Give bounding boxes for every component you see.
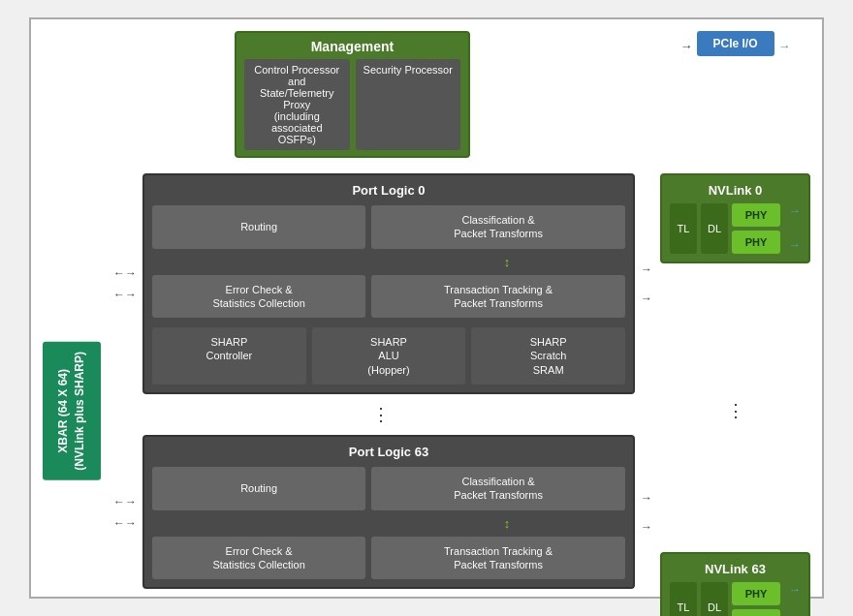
nvlink-0-inner: TL DL PHY PHY → → bbox=[670, 203, 801, 254]
pl0-green-arrow: ↕ bbox=[152, 255, 625, 269]
nvlink-0-phy-top: PHY bbox=[732, 203, 780, 227]
pcie-arrow-right: → bbox=[680, 39, 693, 53]
port-logic-63-rows: Routing Classification & Packet Transfor… bbox=[152, 467, 625, 579]
pl63-arrow-in-top: ←→ bbox=[113, 495, 137, 508]
pl0-row1: Routing Classification & Packet Transfor… bbox=[152, 205, 625, 249]
nvlink-column: NVLink 0 TL DL PHY PHY → → bbox=[660, 173, 810, 616]
pl63-error-check: Error Check & Statistics Collection bbox=[152, 537, 365, 580]
content-row: XBAR (64 X 64) (NVLink plus SHARP) ←→ ←→… bbox=[43, 173, 810, 616]
pl63-arrow-in-bot: ←→ bbox=[113, 516, 137, 530]
pl0-sharp-alu: SHARP ALU (Hopper) bbox=[312, 327, 466, 385]
pl63-row1: Routing Classification & Packet Transfor… bbox=[152, 467, 625, 510]
nvlink-63-phy-arrows: → → bbox=[788, 582, 801, 616]
management-boxes: Control Processor and State/Telemetry Pr… bbox=[244, 59, 460, 150]
pl63-arrow-out-top: → bbox=[641, 491, 652, 505]
nvlink-0-phy-arrow-top: → bbox=[788, 203, 801, 218]
xbar-column: XBAR (64 X 64) (NVLink plus SHARP) bbox=[43, 173, 106, 616]
nvlink-63-dl: DL bbox=[701, 582, 728, 616]
pl0-sharp-scratch: SHARP Scratch SRAM bbox=[471, 327, 625, 385]
management-section: Management Control Processor and State/T… bbox=[235, 31, 470, 158]
nvlink-0-phy-bottom: PHY bbox=[732, 231, 780, 254]
pl0-sharp-controller: SHARP Controller bbox=[152, 327, 306, 385]
pl0-arrow-in-top: ←→ bbox=[113, 266, 137, 280]
port-logic-63-block: Port Logic 63 Routing Classification & P… bbox=[142, 435, 635, 589]
top-section: Management Control Processor and State/T… bbox=[43, 31, 810, 166]
management-title: Management bbox=[244, 39, 460, 54]
pl0-transaction-tracking: Transaction Tracking & Packet Transforms bbox=[371, 275, 625, 319]
xbar-panel: XBAR (64 X 64) (NVLink plus SHARP) bbox=[43, 342, 101, 480]
pl63-transaction-tracking: Transaction Tracking & Packet Transforms bbox=[371, 537, 625, 580]
nvlink-0-block: NVLink 0 TL DL PHY PHY → → bbox=[660, 173, 810, 263]
port-logic-0-rows: Routing Classification & Packet Transfor… bbox=[152, 205, 625, 385]
pl0-arrow-out-bot: → bbox=[641, 292, 652, 305]
pl63-row2: Error Check & Statistics Collection Tran… bbox=[152, 537, 625, 580]
nvlink-0-tl: TL bbox=[670, 203, 697, 254]
nvlink-63-phy-top: PHY bbox=[732, 582, 780, 605]
nvlink-0-phy-arrow-bot: → bbox=[788, 237, 801, 252]
nvlink-63-phy-bottom: PHY bbox=[732, 609, 780, 616]
center-column: ←→ ←→ Port Logic 0 Routing Classificatio… bbox=[106, 173, 660, 616]
pl0-classification: Classification & Packet Transforms bbox=[371, 205, 625, 249]
pl0-error-check: Error Check & Statistics Collection bbox=[152, 275, 365, 319]
dots-row: ⋮ bbox=[113, 400, 652, 429]
nvlink-0-dl: DL bbox=[701, 203, 728, 254]
pl63-classification: Classification & Packet Transforms bbox=[371, 467, 625, 510]
nvlink-0-phy-arrows: → → bbox=[788, 203, 801, 254]
port-logic-0-block: Port Logic 0 Routing Classification & Pa… bbox=[142, 173, 635, 394]
port-logic-0-title: Port Logic 0 bbox=[152, 183, 625, 198]
nvlink-63-wrapper: NVLink 63 TL DL PHY PHY → → bbox=[660, 552, 810, 616]
pl0-arrow-out-top: → bbox=[641, 262, 652, 276]
control-processor-box: Control Processor and State/Telemetry Pr… bbox=[244, 59, 350, 150]
nvlink-63-title: NVLink 63 bbox=[670, 562, 801, 576]
nvlink-63-block: NVLink 63 TL DL PHY PHY → → bbox=[660, 552, 810, 616]
pl63-routing: Routing bbox=[152, 467, 365, 510]
pcie-box: PCIe I/O bbox=[697, 31, 774, 56]
security-processor-box: Security Processor bbox=[356, 59, 461, 150]
nvlink-63-tl: TL bbox=[670, 582, 697, 616]
nvlink-63-inner: TL DL PHY PHY → → bbox=[670, 582, 801, 616]
port-logic-63-title: Port Logic 63 bbox=[152, 445, 625, 459]
nvlink-dots: ⋮ bbox=[660, 269, 810, 552]
nvlink-0-title: NVLink 0 bbox=[670, 183, 801, 198]
pl0-arrow-in-bot: ←→ bbox=[113, 288, 137, 301]
pl0-row2: Error Check & Statistics Collection Tran… bbox=[152, 275, 625, 319]
nvlink-0-wrapper: NVLink 0 TL DL PHY PHY → → bbox=[660, 173, 810, 263]
pcie-arrow-out: → bbox=[778, 39, 791, 53]
pl0-sharp-row: SHARP Controller SHARP ALU (Hopper) SHAR… bbox=[152, 327, 625, 385]
nvlink-63-phy-arrow-top: → bbox=[788, 582, 801, 597]
diagram-wrapper: Management Control Processor and State/T… bbox=[29, 17, 824, 599]
pl63-arrow-out-bot: → bbox=[641, 520, 652, 534]
pl63-green-arrow: ↕ bbox=[152, 516, 625, 531]
pl0-routing: Routing bbox=[152, 205, 365, 249]
nvlink-0-phy-col: PHY PHY bbox=[732, 203, 780, 254]
nvlink-63-phy-col: PHY PHY bbox=[732, 582, 780, 616]
